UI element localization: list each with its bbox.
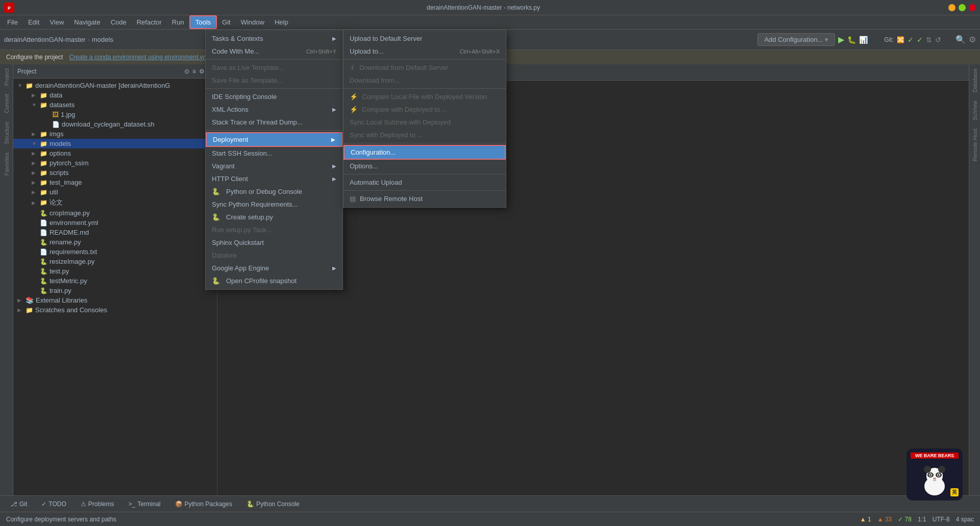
breadcrumb-project[interactable]: derainAttentionGAN-master <box>4 36 86 43</box>
close-button[interactable] <box>969 4 976 11</box>
debug-button[interactable]: 🐛 <box>847 36 856 44</box>
menu-python-debug-console[interactable]: 🐍 Python or Debug Console <box>206 185 342 198</box>
tree-item-resizeimage[interactable]: 🐍 resizeImage.py <box>13 257 217 266</box>
menu-deployment[interactable]: Deployment ▶ <box>206 132 342 147</box>
bottom-tab-python-packages[interactable]: 📦 Python Packages <box>169 498 238 510</box>
menu-help[interactable]: Help <box>270 16 293 28</box>
tree-item-1jpg[interactable]: 🖼 1.jpg <box>13 110 217 119</box>
menu-vagrant[interactable]: Vagrant ▶ <box>206 160 342 172</box>
tree-root-label: derainAttentionGAN-master [derainAttenti… <box>35 82 170 89</box>
window-controls[interactable] <box>948 4 976 11</box>
menu-view[interactable]: View <box>44 16 69 28</box>
run-button[interactable]: ▶ <box>838 35 844 44</box>
tree-item-util[interactable]: ▶ 📁 util <box>13 187 217 197</box>
menu-refactor[interactable]: Refactor <box>132 16 167 28</box>
menu-ide-scripting[interactable]: IDE Scripting Console <box>206 90 342 103</box>
bottom-tab-problems[interactable]: ⚠ Problems <box>75 498 120 510</box>
dep-automatic-upload[interactable]: Automatic Upload <box>344 176 506 189</box>
menu-edit[interactable]: Edit <box>23 16 44 28</box>
python-debug-icon: 🐍 <box>212 188 220 195</box>
conda-link[interactable]: Create a conda environment using environ… <box>69 54 209 61</box>
database-panel-toggle[interactable]: Database <box>971 64 979 96</box>
tree-item-testmetric[interactable]: 🐍 testMetric.py <box>13 276 217 286</box>
tree-item-requirements[interactable]: 📄 requirements.txt <box>13 247 217 257</box>
tree-item-rename[interactable]: 🐍 rename.py <box>13 237 217 247</box>
menu-file[interactable]: File <box>2 16 23 28</box>
menu-sphinx[interactable]: Sphinx Quickstart <box>206 236 342 249</box>
menu-navigate[interactable]: Navigate <box>69 16 105 28</box>
settings-button[interactable]: ⚙ <box>969 35 976 44</box>
commit-panel-toggle[interactable]: Commit <box>3 92 11 115</box>
dep-compare2-icon: ⚡ <box>350 106 358 113</box>
title-bar: P derainAttentionGAN-master - networks.p… <box>0 0 980 15</box>
bottom-tab-terminal[interactable]: >_ Terminal <box>122 498 166 510</box>
minimize-button[interactable] <box>948 4 955 11</box>
menu-window[interactable]: Window <box>236 16 270 28</box>
tree-item-readme[interactable]: 📄 README.md <box>13 228 217 237</box>
dep-compare-local: ⚡ Compare Local File with Deployed Versi… <box>344 90 506 103</box>
tree-item-scratches[interactable]: ▶ 📁 Scratches and Consoles <box>13 305 217 315</box>
tree-item-data[interactable]: ▶ 📁 data <box>13 90 217 100</box>
project-collapse-icon[interactable]: ≡ <box>192 68 196 75</box>
tree-item-options[interactable]: ▶ 📁 options <box>13 148 217 158</box>
menu-open-cprofile[interactable]: 🐍 Open CProfile snapshot <box>206 274 342 287</box>
tree-item-train[interactable]: 🐍 train.py <box>13 286 217 295</box>
menu-xml-actions[interactable]: XML Actions ▶ <box>206 103 342 116</box>
menu-tools[interactable]: Tools <box>189 15 217 29</box>
menu-run[interactable]: Run <box>167 16 189 28</box>
git-refresh[interactable]: ↺ <box>935 36 941 44</box>
left-sidebar-icons: Project Commit Structure Favorites <box>0 64 13 495</box>
bottom-tab-todo[interactable]: ✓ TODO <box>35 498 72 510</box>
tree-item-imgs[interactable]: ▶ 📁 imgs <box>13 129 217 139</box>
menu-sync-python-req[interactable]: Sync Python Requirements... <box>206 198 342 211</box>
menu-stack-trace[interactable]: Stack Trace or Thread Dump... <box>206 116 342 129</box>
maximize-button[interactable] <box>959 4 966 11</box>
project-sync-icon[interactable]: ⊙ <box>184 68 189 75</box>
mascot-widget: WE BARE BEARS <box>906 448 968 510</box>
project-settings-icon[interactable]: ⚙ <box>199 68 205 75</box>
breadcrumb-folder[interactable]: models <box>92 36 113 43</box>
dep-options[interactable]: Options... <box>344 160 506 172</box>
sciview-panel-toggle[interactable]: SciView <box>971 96 979 124</box>
menu-create-setup[interactable]: 🐍 Create setup.py <box>206 211 342 223</box>
bottom-tab-python-console[interactable]: 🐍 Python Console <box>240 498 306 510</box>
git-branch[interactable]: 🔀 <box>897 36 904 43</box>
menu-git[interactable]: Git <box>217 16 236 28</box>
dep-configuration[interactable]: Configuration... <box>344 145 506 160</box>
tree-item-pytorch-ssim[interactable]: ▶ 📁 pytorch_ssim <box>13 158 217 168</box>
menu-start-ssh[interactable]: Start SSH Session... <box>206 147 342 160</box>
tree-item-scripts[interactable]: ▶ 📁 scripts <box>13 168 217 178</box>
favorites-panel-toggle[interactable]: Favorites <box>3 151 11 178</box>
bottom-tab-git[interactable]: ⎇ Git <box>4 498 33 510</box>
project-panel-toggle[interactable]: Project <box>3 66 11 88</box>
status-position: 1:1 <box>918 516 926 523</box>
tree-item-lunwen[interactable]: ▶ 📁 论文 <box>13 197 217 208</box>
remote-host-panel-toggle[interactable]: Remote Host <box>971 124 979 165</box>
add-configuration-button[interactable]: Add Configuration... ▾ <box>757 33 835 46</box>
dep-upload-to[interactable]: Upload to... Ctrl+Alt+Shift+X <box>344 45 506 58</box>
tree-item-external-libs[interactable]: ▶ 📚 External Libraries <box>13 295 217 305</box>
tree-item-env-yml[interactable]: 📄 environment.yml <box>13 218 217 228</box>
search-button[interactable]: 🔍 <box>955 35 966 44</box>
dep-browse-remote[interactable]: ▤ Browse Remote Host <box>344 192 506 205</box>
git-check2[interactable]: ✓ <box>917 36 923 44</box>
browse-remote-icon: ▤ <box>350 195 356 203</box>
menu-code-with-me[interactable]: Code With Me... Ctrl+Shift+Y <box>206 45 342 58</box>
tree-root[interactable]: ▼ 📁 derainAttentionGAN-master [derainAtt… <box>13 81 217 90</box>
structure-panel-toggle[interactable]: Structure <box>3 119 11 146</box>
git-arrows[interactable]: ⇅ <box>926 36 932 44</box>
tree-item-download-sh[interactable]: 📄 download_cyclegan_dataset.sh <box>13 119 217 129</box>
git-check[interactable]: ✓ <box>908 36 914 44</box>
notification-text: Configure the project <box>6 54 63 61</box>
tree-item-test[interactable]: 🐍 test.py <box>13 266 217 276</box>
profile-button[interactable]: 📊 <box>859 36 868 44</box>
tree-item-models[interactable]: ▼ 📁 models <box>13 139 217 148</box>
tree-item-cropimage[interactable]: 🐍 cropImage.py <box>13 208 217 218</box>
menu-tasks-contexts[interactable]: Tasks & Contexts ▶ <box>206 32 342 45</box>
dep-upload-default[interactable]: Upload to Default Server <box>344 32 506 45</box>
tree-item-datasets[interactable]: ▼ 📁 datasets <box>13 100 217 110</box>
menu-google-app-engine[interactable]: Google App Engine ▶ <box>206 262 342 274</box>
menu-code[interactable]: Code <box>106 16 132 28</box>
menu-http-client[interactable]: HTTP Client ▶ <box>206 172 342 185</box>
tree-item-test-image[interactable]: ▶ 📁 test_image <box>13 178 217 187</box>
